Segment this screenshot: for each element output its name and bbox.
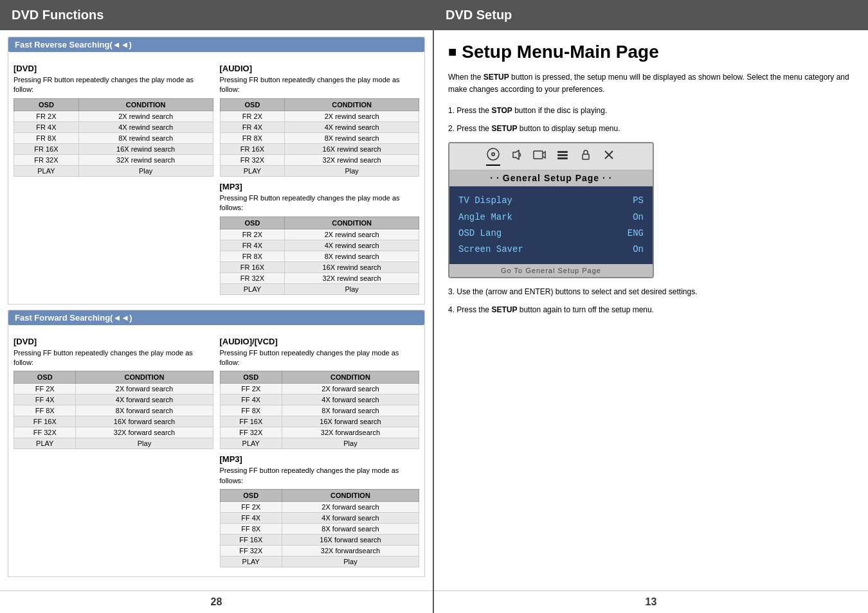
menu-icon-lock <box>579 148 593 165</box>
table-cell: Play <box>76 438 213 449</box>
menu-row-label: Screen Saver <box>458 242 523 258</box>
menu-row-value: PS <box>633 193 644 209</box>
table-cell: 8X rewind search <box>78 132 213 143</box>
table-cell: FR 4X <box>14 121 79 132</box>
audio-table: OSD CONDITION FR 2X2X rewind searchFR 4X… <box>220 98 420 177</box>
table-cell: PLAY <box>220 165 285 176</box>
audio-label: [AUDIO] <box>220 64 420 73</box>
table-cell: 4X forward search <box>76 395 213 405</box>
table-cell: 2X forward search <box>282 502 419 513</box>
audio-desc: Pressing FR button repeatedly changes th… <box>220 75 420 95</box>
fast-forward-header: Fast Forward Searching(◄◄) <box>8 310 424 325</box>
left-content: Fast Reverse Searching(◄◄) [DVD] Pressin… <box>0 30 433 591</box>
table-cell: 16X rewind search <box>78 143 213 154</box>
ff-audio-col-condition: CONDITION <box>282 371 419 384</box>
table-cell: FR 4X <box>220 240 285 251</box>
table-cell: FR 2X <box>14 111 79 121</box>
table-row: FR 16X16X rewind search <box>14 143 213 154</box>
table-cell: FF 2X <box>220 384 282 395</box>
table-row: FF 2X2X forward search <box>220 502 419 513</box>
fast-reverse-section: Fast Reverse Searching(◄◄) [DVD] Pressin… <box>8 37 425 305</box>
table-cell: FF 2X <box>220 502 282 513</box>
table-cell: FF 16X <box>14 416 76 427</box>
step-1: 1. Press the STOP button if the disc is … <box>448 105 854 116</box>
fast-forward-inner: [DVD] Pressing FF button repeatedly chan… <box>8 329 424 577</box>
step-2: 2. Press the SETUP button to display set… <box>448 123 854 134</box>
table-cell: 4X forward search <box>282 513 419 524</box>
menu-title-bar: · · General Setup Page · · <box>449 170 653 186</box>
table-cell: FR 32X <box>220 154 285 165</box>
svg-rect-6 <box>557 154 568 156</box>
menu-row-label: OSD Lang <box>458 226 502 242</box>
table-row: FF 8X8X forward search <box>220 524 419 535</box>
fast-reverse-dvd: [DVD] Pressing FR button repeatedly chan… <box>14 60 213 300</box>
mp3-label: [MP3] <box>220 182 420 191</box>
ff-mp3-col-condition: CONDITION <box>282 490 419 502</box>
table-cell: 32X rewind search <box>285 154 419 165</box>
table-row: PLAYPlay <box>14 165 213 176</box>
table-row: FF 16X16X forward search <box>14 416 213 427</box>
menu-row-value: ENG <box>628 226 644 242</box>
table-row: FF 4X4X forward search <box>220 395 419 405</box>
fast-reverse-inner: [DVD] Pressing FR button repeatedly chan… <box>8 56 424 304</box>
step-3: 3. Use the (arrow and ENTER) buttons to … <box>448 286 854 298</box>
table-cell: PLAY <box>220 438 282 449</box>
table-row: FF 8X8X forward search <box>14 405 213 416</box>
mp3-col-osd: OSD <box>220 217 285 229</box>
fast-reverse-cols: [DVD] Pressing FR button repeatedly chan… <box>14 60 419 300</box>
table-row: FR 16X16X rewind search <box>220 143 419 154</box>
menu-icon-close <box>602 148 616 165</box>
table-row: FR 2X2X rewind search <box>220 229 419 240</box>
table-row: PLAYPlay <box>14 438 213 449</box>
dvd-col-osd: OSD <box>14 98 79 111</box>
audio-col-condition: CONDITION <box>285 98 419 111</box>
table-cell: 16X forward search <box>282 535 419 546</box>
table-row: PLAYPlay <box>220 283 419 294</box>
menu-row-value: On <box>633 242 644 258</box>
table-row: FF 32X32X forwardsearch <box>220 427 419 438</box>
ff-audio-col-osd: OSD <box>220 371 282 384</box>
menu-row-label: TV Display <box>458 193 512 209</box>
table-row: FR 8X8X rewind search <box>14 132 213 143</box>
table-cell: 16X rewind search <box>285 143 419 154</box>
step-4: 4. Press the SETUP button again to turn … <box>448 304 854 315</box>
table-cell: FF 32X <box>220 427 282 438</box>
table-row: FR 4X4X rewind search <box>220 121 419 132</box>
table-cell: 2X forward search <box>76 384 213 395</box>
table-cell: Play <box>282 438 419 449</box>
table-row: PLAYPlay <box>220 438 419 449</box>
menu-icon-settings <box>556 148 570 165</box>
ff-dvd-col-osd: OSD <box>14 371 76 384</box>
ff-dvd-label: [DVD] <box>14 337 213 346</box>
table-cell: FF 32X <box>220 546 282 556</box>
table-row: FR 4X4X rewind search <box>220 240 419 251</box>
fast-reverse-header: Fast Reverse Searching(◄◄) <box>8 37 424 52</box>
setup-desc: When the SETUP button is pressed, the se… <box>448 71 854 96</box>
table-cell: FF 16X <box>220 416 282 427</box>
table-cell: 32X forwardsearch <box>282 427 419 438</box>
table-cell: FR 8X <box>220 132 285 143</box>
table-cell: 4X forward search <box>282 395 419 405</box>
table-row: FR 8X8X rewind search <box>220 251 419 262</box>
table-cell: FR 32X <box>14 154 79 165</box>
ff-dvd-col-condition: CONDITION <box>76 371 213 384</box>
table-row: FF 8X8X forward search <box>220 405 419 416</box>
dvd-desc: Pressing FR button repeatedly changes th… <box>14 75 213 95</box>
right-panel: DVD Setup Setup Menu-Main Page When the … <box>434 0 868 613</box>
table-cell: Play <box>78 165 213 176</box>
ff-dvd-desc: Pressing FF button repeatedly changes th… <box>14 348 213 368</box>
table-row: FF 4X4X forward search <box>14 395 213 405</box>
table-cell: Play <box>285 283 419 294</box>
menu-row: Angle MarkOn <box>458 209 644 226</box>
mp3-table: OSD CONDITION FR 2X2X rewind searchFR 4X… <box>220 217 420 295</box>
left-panel: DVD Functions Fast Reverse Searching(◄◄)… <box>0 0 434 613</box>
table-row: FR 32X32X rewind search <box>14 154 213 165</box>
menu-box: · · General Setup Page · · TV DisplayPSA… <box>448 142 654 278</box>
ff-mp3-desc: Pressing FF button repeatedly changes th… <box>220 466 420 486</box>
table-cell: FF 8X <box>14 405 76 416</box>
table-cell: 8X forward search <box>282 405 419 416</box>
svg-rect-4 <box>534 151 543 159</box>
left-page-number: 28 <box>0 591 433 613</box>
table-row: FF 16X16X forward search <box>220 535 419 546</box>
fast-forward-right: [AUDIO]/[VCD] Pressing FF button repeate… <box>220 333 420 573</box>
